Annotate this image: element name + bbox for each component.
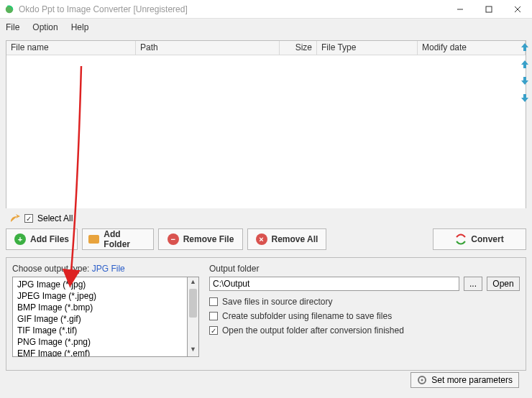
choose-output-label: Choose output type: JPG File <box>12 264 199 274</box>
menu-help[interactable]: Help <box>71 22 89 32</box>
col-filename[interactable]: File name <box>6 41 136 55</box>
open-after-label: Open the output folder after conversion … <box>222 325 404 335</box>
move-bottom-icon[interactable] <box>520 93 530 103</box>
remove-all-label: Remove All <box>272 234 318 244</box>
type-list-scrollbar[interactable]: ▲ ▼ <box>188 277 199 357</box>
output-type-option[interactable]: JPEG Image (*.jpeg) <box>14 290 185 302</box>
open-folder-button[interactable]: Open <box>487 277 520 291</box>
scroll-down-icon[interactable]: ▼ <box>188 346 198 356</box>
select-all-row: ✓ Select All <box>9 213 526 224</box>
titlebar: Okdo Ppt to Image Converter [Unregistere… <box>0 0 532 19</box>
remove-file-label: Remove File <box>183 234 234 244</box>
col-modify[interactable]: Modify date <box>418 41 526 55</box>
convert-button[interactable]: Convert <box>433 228 526 250</box>
output-type-option[interactable]: PNG Image (*.png) <box>14 336 185 348</box>
output-folder-input[interactable]: C:\Output <box>209 277 459 291</box>
svg-point-6 <box>421 379 423 381</box>
set-more-parameters-button[interactable]: Set more parameters <box>411 372 519 388</box>
output-type-list[interactable]: JPG Image (*.jpg)JPEG Image (*.jpeg)BMP … <box>12 277 188 357</box>
col-size[interactable]: Size <box>280 41 317 55</box>
move-top-icon[interactable] <box>520 42 530 52</box>
reorder-buttons <box>518 42 532 103</box>
gear-icon <box>417 375 427 385</box>
window-title: Okdo Ppt to Image Converter [Unregistere… <box>19 4 446 14</box>
save-in-source-label: Save files in source directory <box>222 297 332 307</box>
output-panel: Choose output type: JPG File JPG Image (… <box>6 257 526 371</box>
add-folder-button[interactable]: Add Folder <box>82 228 154 250</box>
choose-output-value: JPG File <box>92 264 125 274</box>
add-files-button[interactable]: + Add Files <box>6 228 78 250</box>
save-in-source-checkbox[interactable] <box>209 297 218 306</box>
close-button[interactable] <box>503 0 532 19</box>
convert-label: Convert <box>471 234 503 244</box>
open-after-checkbox[interactable]: ✓ <box>209 326 218 335</box>
remove-file-button[interactable]: − Remove File <box>158 228 243 250</box>
convert-icon <box>455 233 467 245</box>
file-table: File name Path Size File Type Modify dat… <box>6 40 526 208</box>
maximize-button[interactable] <box>474 0 503 19</box>
x-icon: × <box>256 233 267 245</box>
svg-rect-2 <box>486 6 492 12</box>
menu-option[interactable]: Option <box>32 22 58 32</box>
output-type-option[interactable]: JPG Image (*.jpg) <box>14 279 185 290</box>
output-folder-label: Output folder <box>209 264 520 274</box>
select-all-label: Select All <box>37 213 73 223</box>
create-subfolder-checkbox[interactable] <box>209 312 218 320</box>
app-logo-icon <box>4 4 14 14</box>
browse-button[interactable]: ... <box>464 277 482 291</box>
col-filetype[interactable]: File Type <box>317 41 418 55</box>
set-more-label: Set more parameters <box>431 375 513 385</box>
plus-icon: + <box>14 233 26 245</box>
scroll-thumb[interactable] <box>189 289 197 318</box>
create-subfolder-label: Create subfolder using filename to save … <box>222 311 392 321</box>
scroll-up-icon[interactable]: ▲ <box>188 278 198 288</box>
add-files-label: Add Files <box>30 234 69 244</box>
menu-file[interactable]: File <box>6 22 19 32</box>
choose-output-text: Choose output type: <box>12 264 89 274</box>
output-type-option[interactable]: TIF Image (*.tif) <box>14 325 185 336</box>
toolbar: + Add Files Add Folder − Remove File × R… <box>6 228 526 250</box>
file-table-body[interactable] <box>6 55 526 208</box>
select-all-checkbox[interactable]: ✓ <box>24 214 33 223</box>
col-path[interactable]: Path <box>136 41 280 55</box>
up-folder-icon[interactable] <box>9 213 20 224</box>
output-type-option[interactable]: GIF Image (*.gif) <box>14 313 185 325</box>
folder-icon <box>88 235 99 244</box>
remove-all-button[interactable]: × Remove All <box>247 228 326 250</box>
move-up-icon[interactable] <box>520 59 530 69</box>
minimize-button[interactable] <box>446 0 474 19</box>
output-type-option[interactable]: BMP Image (*.bmp) <box>14 302 185 313</box>
minus-icon: − <box>168 233 179 245</box>
file-table-headers: File name Path Size File Type Modify dat… <box>6 41 526 55</box>
menubar: File Option Help <box>0 19 532 36</box>
add-folder-label: Add Folder <box>104 229 147 249</box>
output-type-option[interactable]: EMF Image (*.emf) <box>14 348 185 357</box>
move-down-icon[interactable] <box>520 76 530 86</box>
